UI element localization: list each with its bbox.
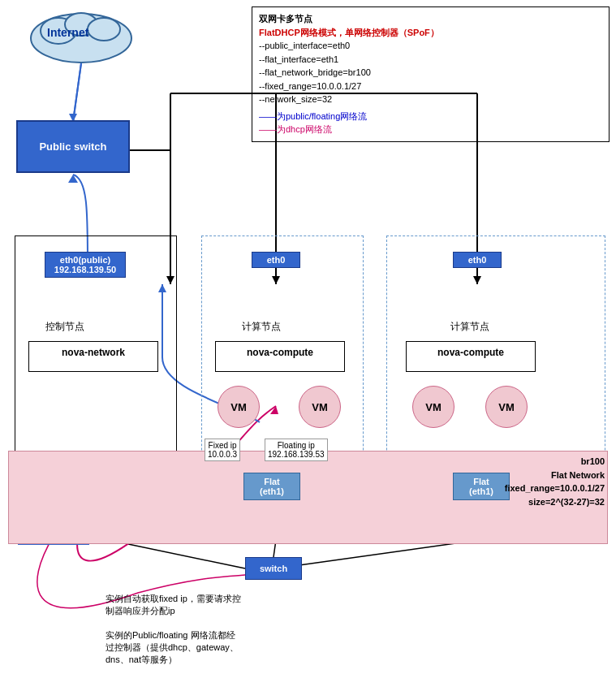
network-diagram: Internet 双网卡多节点 FlatDHCP网络模式，单网络控制器（SPoF… xyxy=(0,0,616,687)
info-subtitle: FlatDHCP网络模式，单网络控制器（SPoF） xyxy=(259,26,602,40)
legend-blue: ——为public/floating网络流 xyxy=(259,111,367,121)
flat-box-compute2: Flat (eth1) xyxy=(453,473,510,500)
fixed-ip-label: Fixed ip 10.0.0.3 xyxy=(205,439,240,461)
nova-compute-1-box: nova-compute xyxy=(215,341,345,372)
info-line-2: --flat_interface=eth1 xyxy=(259,53,602,67)
vm-1-compute1: VM xyxy=(218,386,260,428)
svg-marker-21 xyxy=(68,175,78,183)
nova-compute-2-box: nova-compute xyxy=(406,341,536,372)
vm-2-compute1: VM xyxy=(299,386,341,428)
svg-point-3 xyxy=(88,18,120,41)
vm-1-compute2: VM xyxy=(412,386,454,428)
svg-line-6 xyxy=(73,63,81,122)
compute-node-2-label: 计算节点 xyxy=(450,320,489,334)
compute-node-1-label: 计算节点 xyxy=(242,320,281,334)
floating-ip-annotation: 实例的Public/floating 网络流都经过控制器（提供dhcp、gate… xyxy=(106,629,300,666)
fixed-ip-annotation: 实例自动获取fixed ip，需要请求控制器响应并分配ip xyxy=(106,593,292,617)
flat-box-compute1: Flat (eth1) xyxy=(243,473,300,500)
info-box: 双网卡多节点 FlatDHCP网络模式，单网络控制器（SPoF） --publi… xyxy=(252,6,610,142)
legend-pink: ——为dhcp网络流 xyxy=(259,124,332,134)
control-node-label: 控制节点 xyxy=(45,320,84,334)
public-switch: Public switch xyxy=(16,120,130,173)
svg-line-4 xyxy=(73,63,81,122)
info-subtitle-text: FlatDHCP网络模式，单网络控制器（SPoF） xyxy=(259,28,439,37)
svg-line-18 xyxy=(276,540,479,568)
info-line-5: --network_size=32 xyxy=(259,93,602,106)
info-line-3: --flat_network_bridge=br100 xyxy=(259,66,602,80)
internet-label: Internet xyxy=(47,26,88,39)
floating-ip-label: Floating ip 192.168.139.53 xyxy=(265,439,328,461)
br100-info: br100 Flat Network fixed_range=10.0.0.1/… xyxy=(505,455,605,508)
vm-2-compute2: VM xyxy=(485,386,528,428)
info-title: 双网卡多节点 xyxy=(259,12,602,26)
info-line-1: --public_interface=eth0 xyxy=(259,39,602,53)
info-line-4: --fixed_range=10.0.0.1/27 xyxy=(259,80,602,93)
nova-network-box: nova-network xyxy=(28,341,158,372)
switch-box: switch xyxy=(245,557,302,580)
